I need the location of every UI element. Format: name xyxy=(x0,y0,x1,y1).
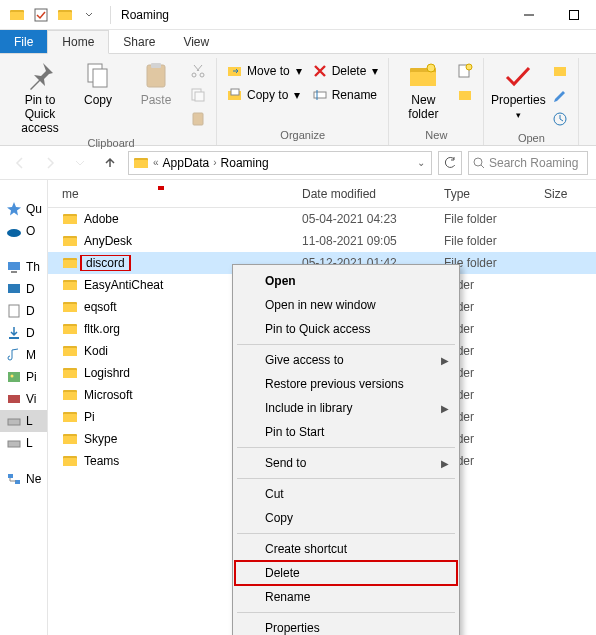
sidebar-item: L xyxy=(0,410,47,432)
file-name: Skype xyxy=(84,432,117,446)
up-button[interactable] xyxy=(98,151,122,175)
ctx-rename[interactable]: Rename xyxy=(235,585,457,609)
qat-folder-icon[interactable] xyxy=(54,4,76,26)
sidebar-item: Th xyxy=(0,256,47,278)
paste-button[interactable]: Paste xyxy=(128,58,184,108)
svg-rect-15 xyxy=(193,113,203,125)
tab-home[interactable]: Home xyxy=(47,30,109,54)
ctx-separator xyxy=(237,447,455,448)
qat-dropdown-icon[interactable] xyxy=(78,4,100,26)
copypath-small-button[interactable] xyxy=(186,84,210,106)
qat-checkbox-icon[interactable] xyxy=(30,4,52,26)
svg-rect-46 xyxy=(8,419,20,425)
documents-icon xyxy=(6,303,22,319)
svg-rect-41 xyxy=(9,305,19,317)
ctx-open[interactable]: Open xyxy=(235,269,457,293)
chevron-down-icon[interactable]: ⌄ xyxy=(415,157,427,168)
search-icon xyxy=(473,157,485,169)
svg-rect-71 xyxy=(63,436,77,444)
ctx-give-access[interactable]: Give access to▶ xyxy=(235,348,457,372)
ctx-cut[interactable]: Cut xyxy=(235,482,457,506)
refresh-button[interactable] xyxy=(438,151,462,175)
column-header-name[interactable]: me xyxy=(48,187,294,201)
new-item-button[interactable] xyxy=(453,60,477,82)
ctx-pin-start[interactable]: Pin to Start xyxy=(235,420,457,444)
cut-small-button[interactable] xyxy=(186,60,210,82)
breadcrumb-segment[interactable]: AppData xyxy=(163,156,210,170)
svg-rect-55 xyxy=(63,260,77,268)
ctx-properties[interactable]: Properties xyxy=(235,616,457,635)
ctx-create-shortcut[interactable]: Create shortcut xyxy=(235,537,457,561)
properties-button[interactable]: Properties ▾ xyxy=(490,58,546,120)
folder-icon xyxy=(62,321,78,337)
titlebar: Roaming xyxy=(0,0,596,30)
rename-button[interactable]: Rename xyxy=(308,84,383,106)
move-to-label: Move to xyxy=(247,64,290,78)
column-header-size[interactable]: Size xyxy=(536,187,596,201)
minimize-button[interactable] xyxy=(506,0,551,30)
breadcrumb[interactable]: « AppData › Roaming ⌄ xyxy=(128,151,432,175)
ctx-delete[interactable]: Delete xyxy=(235,561,457,585)
ctx-pin-quick-access[interactable]: Pin to Quick access xyxy=(235,317,457,341)
chevron-right-icon: ▶ xyxy=(441,403,449,414)
back-button[interactable] xyxy=(8,151,32,175)
drive-icon xyxy=(6,413,22,429)
svg-rect-38 xyxy=(8,262,20,270)
search-input[interactable]: Search Roaming xyxy=(468,151,588,175)
recent-locations-button[interactable] xyxy=(68,151,92,175)
svg-point-37 xyxy=(7,229,21,237)
maximize-button[interactable] xyxy=(551,0,596,30)
file-name: discord xyxy=(84,256,131,270)
history-small-button[interactable] xyxy=(548,108,572,130)
column-header-date[interactable]: Date modified xyxy=(294,187,436,201)
sort-indicator xyxy=(158,186,164,190)
copy-icon xyxy=(82,60,114,92)
tab-file[interactable]: File xyxy=(0,30,47,53)
move-to-button[interactable]: Move to ▾ xyxy=(223,60,306,82)
file-row[interactable]: Adobe05-04-2021 04:23File folder xyxy=(48,208,596,230)
ctx-copy[interactable]: Copy xyxy=(235,506,457,530)
new-folder-button[interactable]: New folder xyxy=(395,58,451,122)
edit-small-button[interactable] xyxy=(548,84,572,106)
history-icon xyxy=(552,111,568,127)
open-small-button[interactable] xyxy=(548,60,572,82)
ctx-send-to[interactable]: Send to▶ xyxy=(235,451,457,475)
file-row[interactable]: AnyDesk11-08-2021 09:05File folder xyxy=(48,230,596,252)
svg-point-23 xyxy=(427,64,435,72)
chevron-right-icon[interactable]: › xyxy=(211,157,218,168)
folder-icon[interactable] xyxy=(6,4,28,26)
pasteshortcut-small-button[interactable] xyxy=(186,108,210,130)
copy-button[interactable]: Copy xyxy=(70,58,126,108)
scissors-icon xyxy=(190,63,206,79)
folder-icon xyxy=(62,387,78,403)
forward-button[interactable] xyxy=(38,151,62,175)
folder-icon xyxy=(62,343,78,359)
copy-to-button[interactable]: Copy to ▾ xyxy=(223,84,306,106)
svg-rect-2 xyxy=(35,9,47,21)
ctx-open-new-window[interactable]: Open in new window xyxy=(235,293,457,317)
tab-share[interactable]: Share xyxy=(109,30,169,53)
svg-point-44 xyxy=(11,375,14,378)
select-button[interactable]: Select ▾ xyxy=(585,58,596,120)
ctx-include-library[interactable]: Include in library▶ xyxy=(235,396,457,420)
tab-view[interactable]: View xyxy=(169,30,223,53)
file-type: File folder xyxy=(436,212,536,226)
sidebar-item: Qu xyxy=(0,198,47,220)
svg-rect-48 xyxy=(8,474,13,478)
ribbon-tabs: File Home Share View xyxy=(0,30,596,54)
new-group-label: New xyxy=(425,127,447,145)
ctx-restore-versions[interactable]: Restore previous versions xyxy=(235,372,457,396)
easy-access-icon xyxy=(457,87,473,103)
column-header-type[interactable]: Type xyxy=(436,187,536,201)
network-icon xyxy=(6,471,22,487)
breadcrumb-segment[interactable]: Roaming xyxy=(221,156,269,170)
svg-rect-8 xyxy=(93,69,107,87)
easy-access-button[interactable] xyxy=(453,84,477,106)
chevron-right-icon[interactable]: « xyxy=(151,157,161,168)
checkmark-icon xyxy=(502,60,534,92)
delete-button[interactable]: Delete ▾ xyxy=(308,60,383,82)
column-header-row: me Date modified Type Size xyxy=(48,180,596,208)
ctx-separator xyxy=(237,344,455,345)
navigation-pane[interactable]: Qu O Th D D D M Pi Vi L L Ne xyxy=(0,180,48,635)
pin-to-quick-access-button[interactable]: Pin to Quick access xyxy=(12,58,68,135)
